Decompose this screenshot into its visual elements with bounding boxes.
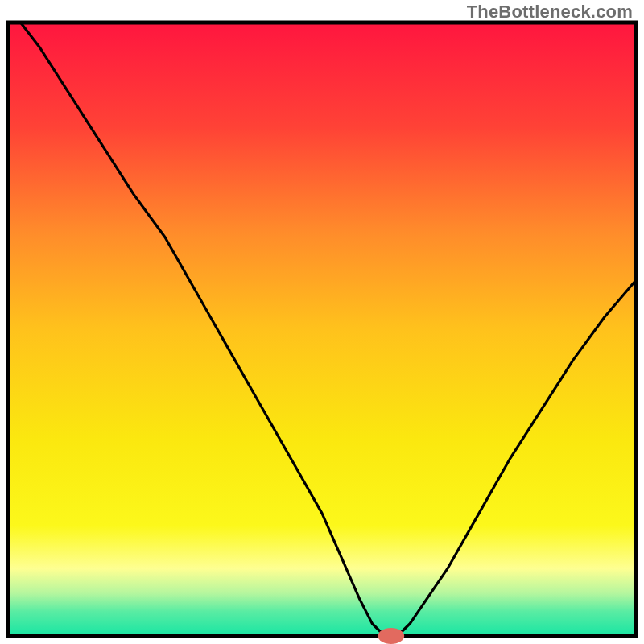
bottleneck-plot: [0, 0, 644, 644]
bottleneck-point-marker: [378, 628, 404, 644]
plot-background: [8, 23, 636, 636]
watermark-label: TheBottleneck.com: [467, 2, 633, 23]
